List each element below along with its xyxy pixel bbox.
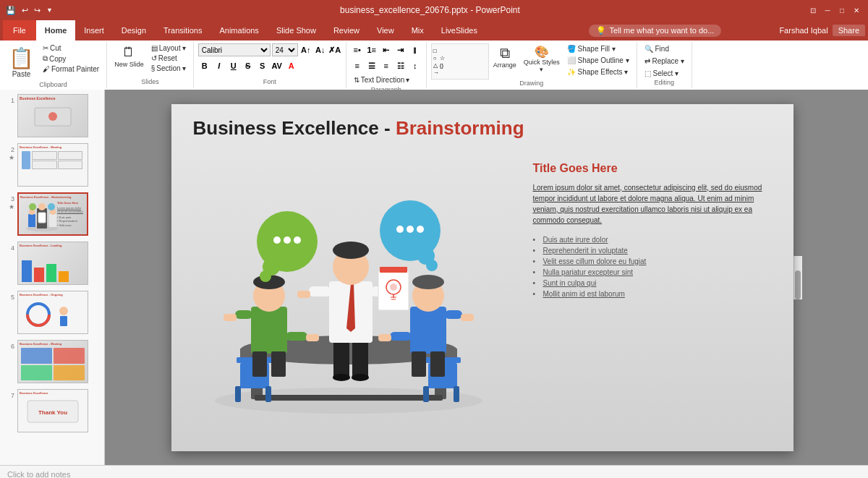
slide-img-2[interactable]: Business Excellence - Meeting — [17, 143, 88, 187]
justify-button[interactable]: ☷ — [394, 59, 407, 72]
tab-mix[interactable]: Mix — [403, 20, 433, 40]
slide-illustration — [193, 155, 504, 437]
bold-button[interactable]: B — [198, 59, 211, 72]
undo-icon[interactable]: ↩ — [22, 6, 28, 15]
find-button[interactable]: 🔍 Find — [642, 43, 672, 54]
format-painter-icon: 🖌 — [43, 65, 50, 73]
new-slide-button[interactable]: 🗒 New Slide — [111, 43, 147, 69]
slide-img-6[interactable]: Business Excellence - Meeting — [17, 340, 88, 383]
notes-bar: Click to add notes — [0, 465, 868, 478]
share-button[interactable]: Share — [833, 25, 865, 36]
slide-img-7[interactable]: Business Excellence Thank You — [17, 389, 88, 432]
align-center-button[interactable]: ☰ — [365, 59, 378, 72]
slide-thumb-1[interactable]: 1 Business Excellence — [3, 93, 101, 139]
tab-animations[interactable]: Animations — [210, 20, 267, 40]
redo-icon[interactable]: ↪ — [34, 6, 41, 15]
minimize-button[interactable]: ─ — [822, 4, 833, 16]
svg-rect-38 — [286, 332, 307, 341]
replace-button[interactable]: ⇄ Replace ▾ — [642, 56, 687, 67]
slide-thumb-3[interactable]: 3 ★ Business Excellence - Brainstorming — [3, 191, 101, 237]
tab-insert[interactable]: Insert — [75, 20, 113, 40]
decrease-font-button[interactable]: A↓ — [314, 43, 327, 56]
numbering-button[interactable]: 1≡ — [365, 43, 378, 56]
save-icon[interactable]: 💾 — [6, 6, 16, 15]
svg-rect-49 — [412, 351, 426, 377]
columns-button[interactable]: ⫿ — [409, 43, 422, 56]
slide-img-1[interactable]: Business Excellence — [17, 94, 88, 137]
tab-slideshow[interactable]: Slide Show — [268, 20, 325, 40]
reset-button[interactable]: ↺ Reset — [148, 54, 189, 63]
align-left-button[interactable]: ≡ — [351, 59, 364, 72]
maximize-button[interactable]: □ — [836, 4, 848, 16]
vertical-scrollbar[interactable] — [793, 256, 802, 299]
tab-design[interactable]: Design — [113, 20, 155, 40]
increase-font-button[interactable]: A↑ — [299, 43, 312, 56]
bullets-button[interactable]: ≡• — [351, 43, 364, 56]
text-direction-button[interactable]: ⇅ Text Direction ▾ — [351, 75, 413, 85]
slide-thumb-2[interactable]: 2 ★ Business Excellence - Meeting — [3, 142, 101, 188]
slide-thumb-5[interactable]: 5 Business Excellence - Ongoing — [3, 289, 101, 336]
svg-rect-46 — [378, 334, 391, 341]
scroll-thumb[interactable] — [795, 270, 801, 299]
slide-img-5[interactable]: Business Excellence - Ongoing — [17, 291, 88, 334]
quick-styles-button[interactable]: 🎨 Quick Styles ▾ — [521, 43, 563, 74]
underline-button[interactable]: U — [227, 59, 240, 72]
svg-text:Thank You: Thank You — [38, 409, 67, 416]
tab-review[interactable]: Review — [325, 20, 368, 40]
slide-num-3: 3 — [11, 195, 14, 202]
shape-outline-button[interactable]: ⬜ Shape Outline ▾ — [564, 55, 632, 66]
svg-point-53 — [333, 374, 350, 381]
svg-rect-36 — [235, 310, 252, 319]
layout-button[interactable]: ▤ Layout ▾ — [148, 43, 189, 53]
slide-img-3[interactable]: Business Excellence - Brainstorming — [17, 192, 88, 236]
bullet-5: Sunt in culpa qui — [533, 278, 779, 289]
line-spacing-button[interactable]: ↕ — [409, 59, 422, 72]
section-button[interactable]: § Section ▾ — [148, 64, 189, 73]
customize-icon[interactable]: ▼ — [46, 7, 53, 14]
text-direction-icon: ⇅ — [354, 76, 359, 84]
italic-button[interactable]: I — [213, 59, 226, 72]
select-button[interactable]: ⬚ Select ▾ — [642, 68, 681, 79]
notes-placeholder[interactable]: Click to add notes — [7, 470, 70, 479]
window-controls: ⊡ ─ □ ✕ — [807, 4, 862, 16]
svg-point-80 — [417, 226, 424, 233]
restore-down-icon[interactable]: ⊡ — [807, 4, 819, 16]
font-size-select[interactable]: 24 — [272, 43, 298, 56]
font-name-select[interactable]: Calibri — [198, 43, 271, 56]
font-color-button[interactable]: A — [285, 59, 298, 72]
lightbulb-icon: 💡 — [596, 26, 606, 35]
slide-thumb-7[interactable]: 7 Business Excellence Thank You — [3, 388, 101, 434]
svg-point-58 — [333, 242, 369, 259]
align-right-button[interactable]: ≡ — [380, 59, 393, 72]
svg-rect-52 — [352, 341, 368, 377]
arrange-button[interactable]: ⧉ Arrange — [490, 43, 519, 70]
slide-thumb-4[interactable]: 4 Business Excellence - Leading — [3, 240, 101, 286]
svg-rect-59 — [309, 286, 331, 296]
tab-file[interactable]: File — [3, 20, 36, 40]
tab-transitions[interactable]: Transitions — [155, 20, 210, 40]
close-button[interactable]: ✕ — [851, 4, 862, 16]
clear-format-button[interactable]: ✗A — [328, 43, 341, 56]
font-row-2: B I U S S AV A — [198, 59, 298, 72]
tell-me-search[interactable]: 💡 Tell me what you want to do... — [589, 25, 721, 37]
shape-effects-button[interactable]: ✨ Shape Effects ▾ — [564, 67, 632, 77]
shadow-button[interactable]: S — [256, 59, 269, 72]
svg-rect-51 — [333, 341, 349, 377]
strikethrough-button[interactable]: S — [242, 59, 255, 72]
slide-canvas[interactable]: Business Excellence - Brainstorming — [171, 104, 793, 451]
slide-img-4[interactable]: Business Excellence - Leading — [17, 242, 88, 285]
tab-liveslides[interactable]: LiveSlides — [433, 20, 486, 40]
format-painter-button[interactable]: 🖌 Format Painter — [40, 64, 102, 74]
tab-home[interactable]: Home — [36, 20, 76, 40]
svg-point-79 — [407, 226, 414, 233]
increase-indent-button[interactable]: ⇥ — [394, 43, 407, 56]
copy-button[interactable]: ⧉ Copy — [40, 54, 102, 64]
tab-view[interactable]: View — [368, 20, 403, 40]
char-spacing-button[interactable]: AV — [271, 59, 284, 72]
svg-point-1 — [48, 112, 57, 121]
slide-thumb-6[interactable]: 6 Business Excellence - Meeting — [3, 338, 101, 385]
decrease-indent-button[interactable]: ⇤ — [380, 43, 393, 56]
paste-button[interactable]: 📋 Paste — [4, 43, 38, 81]
cut-button[interactable]: ✂ Cut — [40, 43, 102, 53]
shape-fill-button[interactable]: 🪣 Shape Fill ▾ — [564, 43, 632, 54]
